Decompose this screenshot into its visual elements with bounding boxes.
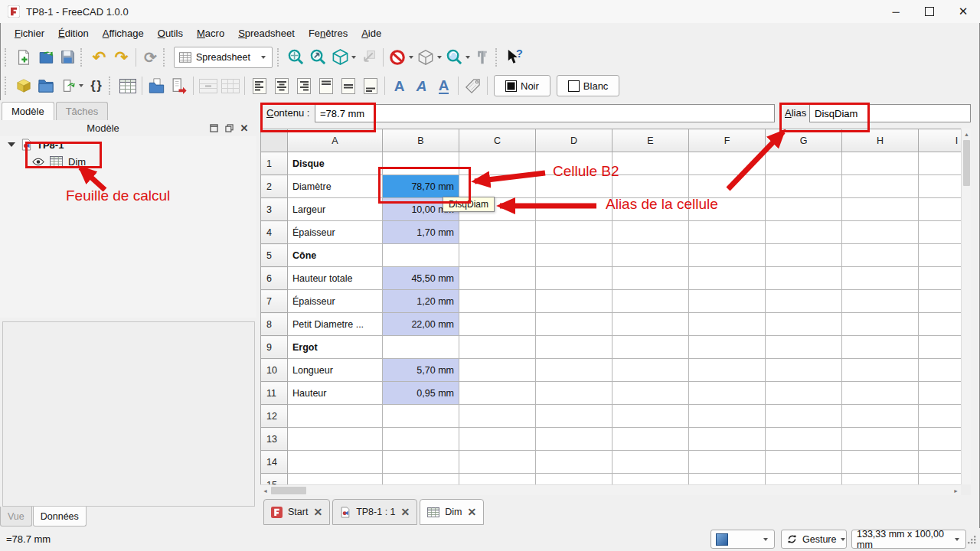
cell-H13[interactable] bbox=[842, 428, 919, 451]
cell-E11[interactable] bbox=[612, 382, 689, 405]
tab-modele[interactable]: Modèle bbox=[2, 102, 54, 120]
align-vcenter-button[interactable] bbox=[337, 75, 359, 96]
cell-B11[interactable]: 0,95 mm bbox=[383, 382, 459, 405]
open-document-button[interactable] bbox=[34, 47, 57, 68]
cell-D6[interactable] bbox=[536, 267, 612, 290]
close-tab-icon[interactable]: ✕ bbox=[468, 506, 477, 518]
row-header-2[interactable]: 2 bbox=[261, 175, 288, 198]
cell-C7[interactable] bbox=[459, 290, 536, 313]
style-underline-button[interactable]: A bbox=[433, 75, 455, 96]
column-header-H[interactable]: H bbox=[842, 129, 919, 152]
foreground-color-button[interactable]: Noir bbox=[494, 75, 550, 96]
expander-icon[interactable] bbox=[8, 142, 15, 147]
cell-D10[interactable] bbox=[536, 359, 612, 382]
close-tab-icon[interactable]: ✕ bbox=[401, 506, 410, 518]
align-left-button[interactable] bbox=[248, 75, 270, 96]
cell-B15[interactable] bbox=[383, 474, 459, 485]
chevron-down-icon[interactable] bbox=[466, 56, 470, 59]
cell-F6[interactable] bbox=[689, 267, 766, 290]
cell-I13[interactable] bbox=[919, 428, 962, 451]
zoom-button[interactable] bbox=[443, 47, 466, 68]
cell-B14[interactable] bbox=[383, 451, 459, 474]
row-header-11[interactable]: 11 bbox=[261, 382, 288, 405]
mdi-tab-dim[interactable]: Dim✕ bbox=[420, 499, 484, 525]
scroll-up-icon[interactable]: ▲ bbox=[964, 132, 969, 137]
row-header-3[interactable]: 3 bbox=[261, 198, 288, 221]
cell-F5[interactable] bbox=[689, 244, 766, 267]
spreadsheet-grid[interactable]: ABCDEFGHI1Disque2Diamètre78,70 mm3Largeu… bbox=[260, 129, 961, 484]
cell-G14[interactable] bbox=[766, 451, 842, 474]
cell-D5[interactable] bbox=[536, 244, 612, 267]
save-button[interactable] bbox=[57, 47, 79, 68]
chevron-down-icon[interactable] bbox=[409, 56, 413, 59]
cell-C4[interactable] bbox=[459, 221, 536, 244]
cell-C13[interactable] bbox=[459, 428, 536, 451]
stop-loading-button[interactable] bbox=[387, 47, 409, 68]
create-part-button[interactable] bbox=[12, 75, 34, 96]
cell-G15[interactable] bbox=[766, 474, 842, 485]
cell-F12[interactable] bbox=[689, 405, 766, 428]
cell-B13[interactable] bbox=[383, 428, 459, 451]
cell-B1[interactable] bbox=[383, 152, 459, 175]
menu-edition[interactable]: Édition bbox=[51, 25, 96, 41]
cell-D12[interactable] bbox=[536, 405, 612, 428]
column-header-C[interactable]: C bbox=[459, 129, 536, 152]
cell-E7[interactable] bbox=[612, 290, 689, 313]
cell-G4[interactable] bbox=[766, 221, 842, 244]
cell-E14[interactable] bbox=[612, 451, 689, 474]
menu-macro[interactable]: Macro bbox=[190, 25, 231, 41]
cell-H14[interactable] bbox=[842, 451, 919, 474]
tab-donnees[interactable]: Données bbox=[33, 507, 87, 527]
scroll-right-icon[interactable]: ► bbox=[953, 488, 959, 494]
align-center-button[interactable] bbox=[270, 75, 292, 96]
row-header-12[interactable]: 12 bbox=[261, 405, 288, 428]
cell-I14[interactable] bbox=[919, 451, 962, 474]
create-group-button[interactable] bbox=[34, 75, 57, 96]
cell-C2[interactable] bbox=[459, 175, 536, 198]
cell-A10[interactable]: Longueur bbox=[288, 359, 383, 382]
column-header-A[interactable]: A bbox=[288, 129, 383, 152]
cell-C10[interactable] bbox=[459, 359, 536, 382]
set-alias-button[interactable] bbox=[462, 75, 484, 96]
new-document-button[interactable] bbox=[12, 47, 34, 68]
column-header-B[interactable]: B bbox=[383, 129, 459, 152]
chevron-down-icon[interactable] bbox=[79, 84, 83, 87]
scroll-left-icon[interactable]: ◄ bbox=[263, 488, 268, 494]
cell-A8[interactable]: Petit Diametre ... bbox=[288, 313, 383, 336]
menu-fichier[interactable]: Fichier bbox=[8, 25, 51, 41]
cell-F11[interactable] bbox=[689, 382, 766, 405]
fit-all-button[interactable] bbox=[285, 47, 307, 68]
cell-E6[interactable] bbox=[612, 267, 689, 290]
cell-E4[interactable] bbox=[612, 221, 689, 244]
create-spreadsheet-button[interactable] bbox=[116, 75, 139, 96]
cell-H8[interactable] bbox=[842, 313, 919, 336]
cell-A7[interactable]: Épaisseur bbox=[288, 290, 383, 313]
cell-I5[interactable] bbox=[919, 244, 962, 267]
tree-item-document[interactable]: TP8-1 bbox=[0, 136, 256, 153]
row-header-10[interactable]: 10 bbox=[261, 359, 288, 382]
cell-B2[interactable]: 78,70 mm bbox=[383, 175, 459, 198]
background-color-button[interactable]: Blanc bbox=[557, 75, 620, 96]
cell-C11[interactable] bbox=[459, 382, 536, 405]
cell-H12[interactable] bbox=[842, 405, 919, 428]
cell-G7[interactable] bbox=[766, 290, 842, 313]
close-button[interactable]: ✕ bbox=[946, 0, 980, 23]
cell-G3[interactable] bbox=[766, 198, 842, 221]
mdi-tab-start[interactable]: Start✕ bbox=[263, 499, 330, 525]
cell-A6[interactable]: Hauteur totale bbox=[288, 267, 383, 290]
cell-E13[interactable] bbox=[612, 428, 689, 451]
draw-style-selector[interactable] bbox=[710, 530, 775, 549]
minimize-button[interactable]: ─ bbox=[879, 0, 913, 23]
cell-B8[interactable]: 22,00 mm bbox=[383, 313, 459, 336]
cell-H5[interactable] bbox=[842, 244, 919, 267]
undo-button[interactable]: ↶ bbox=[88, 47, 110, 68]
measure-button[interactable] bbox=[472, 47, 494, 68]
cell-B7[interactable]: 1,20 mm bbox=[383, 290, 459, 313]
cell-E1[interactable] bbox=[612, 152, 689, 175]
cell-B5[interactable] bbox=[383, 244, 459, 267]
vertical-scroll-thumb[interactable] bbox=[963, 140, 970, 186]
alias-input[interactable] bbox=[809, 104, 971, 122]
sheet-size-selector[interactable]: 133,33 mm x 100,00 mm bbox=[851, 530, 966, 549]
cell-F10[interactable] bbox=[689, 359, 766, 382]
menu-affichage[interactable]: Affichage bbox=[96, 25, 151, 41]
